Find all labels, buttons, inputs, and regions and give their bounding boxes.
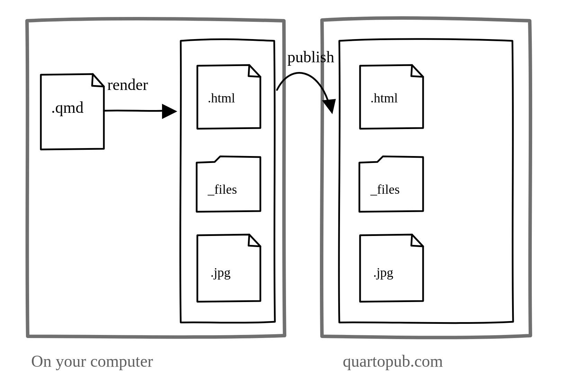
remote-output-container [339, 39, 513, 323]
publish-flow-diagram: .qmd render .html _files .jpg publish .h… [0, 0, 573, 392]
local-jpg-label: .jpg [211, 265, 231, 280]
remote-server-box [322, 18, 530, 338]
publish-label: publish [287, 48, 334, 66]
render-label: render [107, 76, 148, 93]
remote-caption: quartopub.com [343, 352, 443, 370]
local-computer-box [27, 19, 285, 337]
local-html-label: .html [208, 91, 235, 105]
local-caption: On your computer [31, 352, 153, 370]
remote-jpg-label: .jpg [373, 265, 393, 280]
local-files-label: _files [207, 182, 237, 197]
remote-files-label: _files [370, 182, 400, 197]
source-file-label: .qmd [51, 99, 83, 116]
remote-html-label: .html [370, 91, 398, 105]
render-arrow [104, 104, 177, 119]
